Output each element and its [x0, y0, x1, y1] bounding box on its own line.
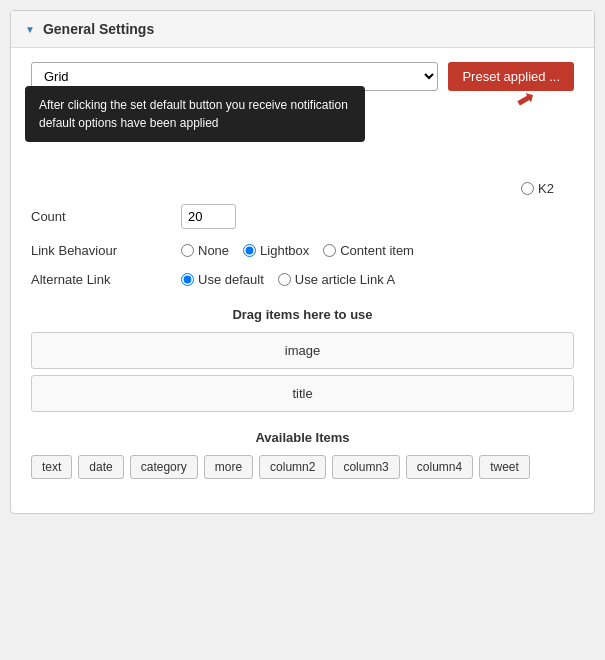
preset-button[interactable]: Preset applied ... — [448, 62, 574, 91]
link-content-option[interactable]: Content item — [323, 243, 414, 258]
collapse-icon[interactable]: ▼ — [25, 24, 35, 35]
panel-body: Grid List Blog Preset applied ... ➡ Afte… — [11, 48, 594, 493]
avail-item-date[interactable]: date — [78, 455, 123, 479]
link-lightbox-label: Lightbox — [260, 243, 309, 258]
link-none-radio[interactable] — [181, 244, 194, 257]
k2-radio[interactable] — [521, 182, 534, 195]
avail-item-text[interactable]: text — [31, 455, 72, 479]
link-none-option[interactable]: None — [181, 243, 229, 258]
link-behaviour-label: Link Behaviour — [31, 243, 181, 258]
panel-title: General Settings — [43, 21, 154, 37]
avail-item-category[interactable]: category — [130, 455, 198, 479]
link-lightbox-radio[interactable] — [243, 244, 256, 257]
general-settings-panel: ▼ General Settings Grid List Blog Preset… — [10, 10, 595, 514]
alternate-link-options: Use default Use article Link A — [181, 272, 395, 287]
use-article-link-option[interactable]: Use article Link A — [278, 272, 395, 287]
use-article-link-label: Use article Link A — [295, 272, 395, 287]
available-items-list: text date category more column2 column3 … — [31, 455, 574, 479]
avail-item-column2[interactable]: column2 — [259, 455, 326, 479]
alternate-link-label: Alternate Link — [31, 272, 181, 287]
avail-item-column3[interactable]: column3 — [332, 455, 399, 479]
available-section-title: Available Items — [31, 430, 574, 445]
drag-section: Drag items here to use image title — [31, 307, 574, 412]
count-row: Count — [31, 204, 574, 229]
k2-label-text: K2 — [538, 181, 554, 196]
avail-item-more[interactable]: more — [204, 455, 253, 479]
use-article-link-radio[interactable] — [278, 273, 291, 286]
link-none-label: None — [198, 243, 229, 258]
k2-row: K2 — [31, 181, 574, 196]
link-behaviour-options: None Lightbox Content item — [181, 243, 414, 258]
alternate-link-row: Alternate Link Use default Use article L… — [31, 272, 574, 287]
count-label: Count — [31, 209, 181, 224]
count-input[interactable] — [181, 204, 236, 229]
use-default-radio[interactable] — [181, 273, 194, 286]
link-lightbox-option[interactable]: Lightbox — [243, 243, 309, 258]
drag-item-image[interactable]: image — [31, 332, 574, 369]
tooltip-text: After clicking the set default button yo… — [39, 98, 348, 130]
use-default-option[interactable]: Use default — [181, 272, 264, 287]
link-content-radio[interactable] — [323, 244, 336, 257]
tooltip-box: After clicking the set default button yo… — [25, 86, 365, 142]
avail-item-column4[interactable]: column4 — [406, 455, 473, 479]
avail-item-tweet[interactable]: tweet — [479, 455, 530, 479]
link-content-label: Content item — [340, 243, 414, 258]
link-behaviour-row: Link Behaviour None Lightbox Content ite… — [31, 243, 574, 258]
available-section: Available Items text date category more … — [31, 430, 574, 479]
count-control — [181, 204, 236, 229]
use-default-label: Use default — [198, 272, 264, 287]
k2-option[interactable]: K2 — [521, 181, 554, 196]
drag-section-title: Drag items here to use — [31, 307, 574, 322]
panel-header: ▼ General Settings — [11, 11, 594, 48]
drag-item-title[interactable]: title — [31, 375, 574, 412]
